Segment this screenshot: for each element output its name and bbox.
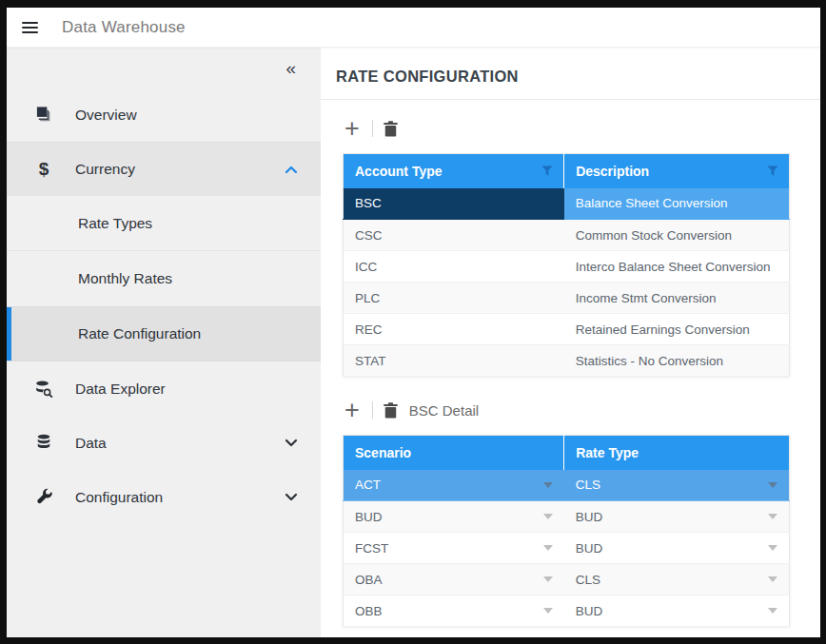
pages-icon xyxy=(33,105,54,126)
account-type-cell[interactable]: BSC xyxy=(344,188,564,220)
table-row[interactable]: FCST BUD xyxy=(344,533,790,564)
account-type-cell[interactable]: REC xyxy=(344,314,564,345)
chevron-down-icon xyxy=(285,493,298,501)
column-header-description[interactable]: Description xyxy=(564,154,790,188)
sidebar-item-overview[interactable]: Overview xyxy=(7,88,321,142)
topbar: Data Warehouse xyxy=(7,8,820,48)
filter-icon[interactable] xyxy=(767,166,778,177)
dropdown-caret-icon[interactable] xyxy=(543,514,553,519)
app-window: Data Warehouse « Overview $ Currenc xyxy=(7,8,820,637)
account-type-cell[interactable]: CSC xyxy=(344,220,564,251)
delete-account-type-button[interactable] xyxy=(384,121,398,137)
sidebar-item-rate-configuration[interactable]: Rate Configuration xyxy=(7,306,321,361)
toolbar-divider xyxy=(372,120,373,137)
dropdown-caret-icon[interactable] xyxy=(768,514,777,519)
account-type-table: Account Type Description BSC xyxy=(343,153,790,377)
dropdown-caret-icon[interactable] xyxy=(543,545,553,551)
table-row[interactable]: OBB BUD xyxy=(344,595,790,627)
sidebar-item-label: Overview xyxy=(75,107,298,124)
wrench-icon xyxy=(33,487,54,508)
sidebar-item-monthly-rates[interactable]: Monthly Rates xyxy=(7,251,321,306)
toolbar-divider xyxy=(372,401,373,419)
sidebar-item-rate-types[interactable]: Rate Types xyxy=(7,196,321,251)
table-row[interactable]: BUD BUD xyxy=(344,501,790,533)
table-row[interactable]: OBA CLS xyxy=(344,564,790,595)
table-row[interactable]: PLC Income Stmt Conversion xyxy=(344,283,790,314)
account-type-cell[interactable]: STAT xyxy=(344,345,564,377)
dropdown-caret-icon[interactable] xyxy=(768,545,777,551)
add-detail-button[interactable]: + xyxy=(343,398,362,422)
main-panel: RATE CONFIGURATION + xyxy=(321,48,820,637)
account-type-cell[interactable]: PLC xyxy=(344,283,564,314)
sidebar-item-label: Configuration xyxy=(75,489,285,506)
sidebar-item-configuration[interactable]: Configuration xyxy=(7,470,321,524)
sidebar-item-label: Rate Types xyxy=(78,215,152,232)
rate-type-cell[interactable]: BUD xyxy=(564,501,790,533)
scenario-cell[interactable]: ACT xyxy=(344,470,564,501)
sidebar-item-label: Rate Configuration xyxy=(78,325,201,342)
sidebar: « Overview $ Currency xyxy=(7,48,321,637)
sidebar-item-currency[interactable]: $ Currency xyxy=(7,142,321,196)
add-account-type-button[interactable]: + xyxy=(343,116,362,141)
dropdown-caret-icon[interactable] xyxy=(768,482,777,488)
dropdown-caret-icon[interactable] xyxy=(543,482,553,488)
main-header: RATE CONFIGURATION xyxy=(321,48,820,100)
description-cell[interactable]: Interco Balance Sheet Conversion xyxy=(564,251,790,283)
sidebar-item-label: Currency xyxy=(75,161,285,178)
description-cell[interactable]: Common Stock Conversion xyxy=(564,220,790,251)
description-cell[interactable]: Statistics - No Conversion xyxy=(564,345,790,377)
description-cell[interactable]: Retained Earnings Conversion xyxy=(564,314,790,345)
chevron-up-icon xyxy=(285,166,298,174)
table-row[interactable]: ACT CLS xyxy=(344,470,790,501)
scenario-cell[interactable]: OBB xyxy=(344,595,564,627)
account-type-cell[interactable]: ICC xyxy=(344,251,564,283)
sidebar-item-data[interactable]: Data xyxy=(7,416,321,470)
filter-icon[interactable] xyxy=(541,166,553,177)
dropdown-caret-icon[interactable] xyxy=(543,608,553,614)
database-icon xyxy=(33,433,54,454)
app-title: Data Warehouse xyxy=(62,18,186,37)
column-header-rate-type[interactable]: Rate Type xyxy=(564,436,790,470)
dropdown-caret-icon[interactable] xyxy=(768,608,777,614)
account-toolbar: + xyxy=(343,114,790,143)
detail-table: Scenario Rate Type ACT CLS BUD BUD xyxy=(343,435,790,627)
rate-type-cell[interactable]: BUD xyxy=(564,595,790,627)
dropdown-caret-icon[interactable] xyxy=(543,576,553,582)
rate-type-cell[interactable]: BUD xyxy=(564,533,790,564)
database-search-icon xyxy=(33,379,54,400)
detail-toolbar: + BSC Detail xyxy=(343,396,790,424)
sidebar-item-label: Monthly Rates xyxy=(78,270,172,287)
detail-table-title: BSC Detail xyxy=(409,402,479,419)
sidebar-item-data-explorer[interactable]: Data Explorer xyxy=(7,361,321,416)
rate-type-cell[interactable]: CLS xyxy=(564,564,790,595)
rate-type-cell[interactable]: CLS xyxy=(564,470,790,501)
table-row[interactable]: REC Retained Earnings Conversion xyxy=(344,314,790,345)
sidebar-item-label: Data xyxy=(75,435,285,452)
table-row[interactable]: ICC Interco Balance Sheet Conversion xyxy=(344,251,790,283)
sidebar-item-label: Data Explorer xyxy=(75,381,298,398)
delete-detail-button[interactable] xyxy=(384,402,398,419)
column-header-scenario[interactable]: Scenario xyxy=(344,436,564,470)
table-row[interactable]: CSC Common Stock Conversion xyxy=(344,220,790,251)
hamburger-menu-icon[interactable] xyxy=(22,19,38,36)
dropdown-caret-icon[interactable] xyxy=(768,576,777,582)
description-cell[interactable]: Income Stmt Conversion xyxy=(564,283,790,314)
page-title: RATE CONFIGURATION xyxy=(336,68,797,86)
table-row[interactable]: STAT Statistics - No Conversion xyxy=(344,345,790,377)
column-header-account-type[interactable]: Account Type xyxy=(344,154,564,188)
dollar-icon: $ xyxy=(33,159,54,180)
scenario-cell[interactable]: BUD xyxy=(344,501,564,533)
scenario-cell[interactable]: FCST xyxy=(344,533,564,564)
chevron-down-icon xyxy=(285,439,298,447)
sidebar-collapse-icon[interactable]: « xyxy=(285,59,296,77)
scenario-cell[interactable]: OBA xyxy=(344,564,564,595)
description-cell[interactable]: Balance Sheet Conversion xyxy=(564,188,790,220)
table-row[interactable]: BSC Balance Sheet Conversion xyxy=(344,188,790,220)
